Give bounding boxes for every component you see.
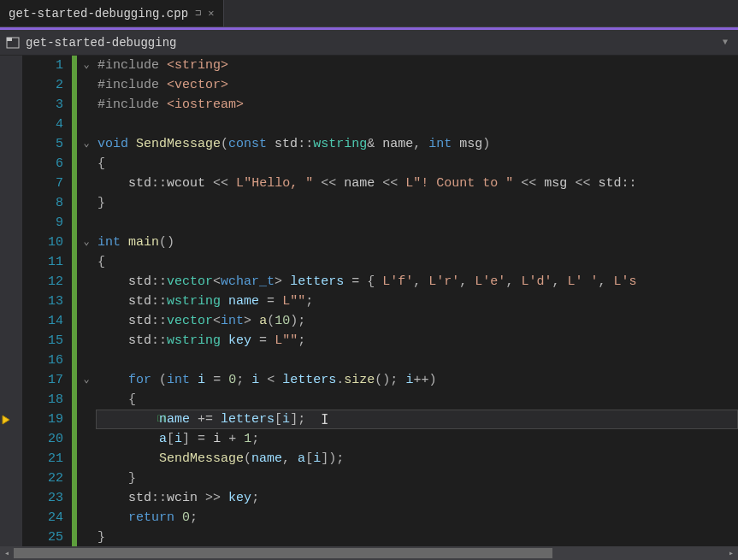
fold-toggle-icon[interactable]: ⌄ [77, 370, 96, 390]
code-line[interactable]: { [96, 390, 738, 410]
fold-toggle-icon[interactable]: ⌄ [77, 134, 96, 154]
line-number[interactable]: 17 [22, 370, 63, 390]
tab-bar: get-started-debugging.cpp ⊐ ✕ [0, 0, 738, 27]
code-line[interactable]: } [96, 193, 738, 213]
code-line[interactable]: } [96, 528, 738, 546]
line-number[interactable]: 2 [22, 75, 63, 95]
line-number[interactable]: 16 [22, 351, 63, 370]
editor[interactable]: 1 2 3 4 5 6 7 8 9 10 11 12 13 14 15 16 1… [0, 56, 738, 546]
current-execution-line[interactable]: ▶⃝ name += letters[i]; 𝙸 [96, 410, 738, 429]
tab-title: get-started-debugging.cpp [9, 7, 188, 21]
horizontal-scrollbar[interactable]: ◂ ▸ [0, 546, 738, 560]
code-line[interactable]: return 0; [96, 508, 738, 528]
line-number[interactable]: 8 [22, 193, 63, 213]
line-number[interactable]: 20 [22, 429, 63, 449]
code-line[interactable] [96, 213, 738, 233]
line-number[interactable]: 9 [22, 213, 63, 233]
line-number[interactable]: 19 [22, 410, 63, 429]
code-line[interactable]: #include <vector> [96, 75, 738, 95]
code-line[interactable]: std::wcin >> key; [96, 488, 738, 508]
line-number[interactable]: 12 [22, 272, 63, 292]
svg-rect-1 [7, 38, 12, 41]
code-line[interactable] [96, 351, 738, 370]
code-line[interactable]: #include <string> [96, 56, 738, 75]
line-number[interactable]: 1 [22, 56, 63, 75]
line-number[interactable]: 6 [22, 154, 63, 174]
code-line[interactable]: std::wcout << L"Hello, " << name << L"! … [96, 174, 738, 193]
line-number[interactable]: 14 [22, 311, 63, 331]
line-number[interactable]: 21 [22, 449, 63, 469]
line-number[interactable]: 7 [22, 174, 63, 193]
file-tab[interactable]: get-started-debugging.cpp ⊐ ✕ [0, 0, 224, 27]
code-line[interactable]: std::vector<int> a(10); [96, 311, 738, 331]
chevron-down-icon[interactable]: ▼ [723, 38, 733, 47]
line-number[interactable]: 15 [22, 331, 63, 351]
scroll-left-icon[interactable]: ◂ [0, 546, 14, 560]
text-cursor-icon: 𝙸 [321, 414, 328, 428]
code-line[interactable] [96, 115, 738, 134]
pin-icon[interactable]: ⊐ [195, 7, 201, 20]
scope-label: get-started-debugging [26, 36, 723, 50]
code-line[interactable]: #include <iostream> [96, 95, 738, 115]
code-line[interactable]: int main() [96, 233, 738, 252]
code-line[interactable]: std::vector<wchar_t> letters = { L'f', L… [96, 272, 738, 292]
navigation-bar[interactable]: get-started-debugging ▼ [0, 30, 738, 56]
fold-toggle-icon[interactable]: ⌄ [77, 56, 96, 75]
current-statement-arrow-icon[interactable] [0, 410, 14, 429]
fold-gutter[interactable]: ⌄ ⌄ ⌄ ⌄ [77, 56, 96, 546]
line-number[interactable]: 18 [22, 390, 63, 410]
scrollbar-thumb[interactable] [14, 548, 552, 558]
line-number[interactable]: 3 [22, 95, 63, 115]
fold-toggle-icon[interactable]: ⌄ [77, 233, 96, 252]
run-to-click-icon[interactable]: ▶⃝ [157, 410, 168, 429]
line-number[interactable]: 4 [22, 115, 63, 134]
scroll-right-icon[interactable]: ▸ [724, 546, 738, 560]
glyph-margin[interactable] [0, 56, 22, 546]
scope-icon [5, 36, 21, 50]
code-line[interactable]: for (int i = 0; i < letters.size(); i++) [96, 370, 738, 390]
line-number[interactable]: 5 [22, 134, 63, 154]
code-line[interactable]: } [96, 469, 738, 488]
line-number[interactable]: 11 [22, 252, 63, 272]
line-number[interactable]: 25 [22, 528, 63, 547]
code-line[interactable]: SendMessage(name, a[i]); [96, 449, 738, 469]
code-line[interactable]: std::wstring name = L""; [96, 292, 738, 311]
code-line[interactable]: std::wstring key = L""; [96, 331, 738, 351]
code-line[interactable]: a[i] = i + 1; [96, 429, 738, 449]
line-number[interactable]: 10 [22, 233, 63, 252]
line-number[interactable]: 13 [22, 292, 63, 311]
line-number-gutter[interactable]: 1 2 3 4 5 6 7 8 9 10 11 12 13 14 15 16 1… [22, 56, 72, 546]
code-content[interactable]: #include <string> #include <vector> #inc… [96, 56, 738, 546]
code-line[interactable]: void SendMessage(const std::wstring& nam… [96, 134, 738, 154]
line-number[interactable]: 23 [22, 488, 63, 508]
code-line[interactable]: { [96, 252, 738, 272]
code-line[interactable]: { [96, 154, 738, 174]
line-number[interactable]: 22 [22, 469, 63, 488]
line-number[interactable]: 24 [22, 508, 63, 528]
close-icon[interactable]: ✕ [208, 7, 214, 20]
